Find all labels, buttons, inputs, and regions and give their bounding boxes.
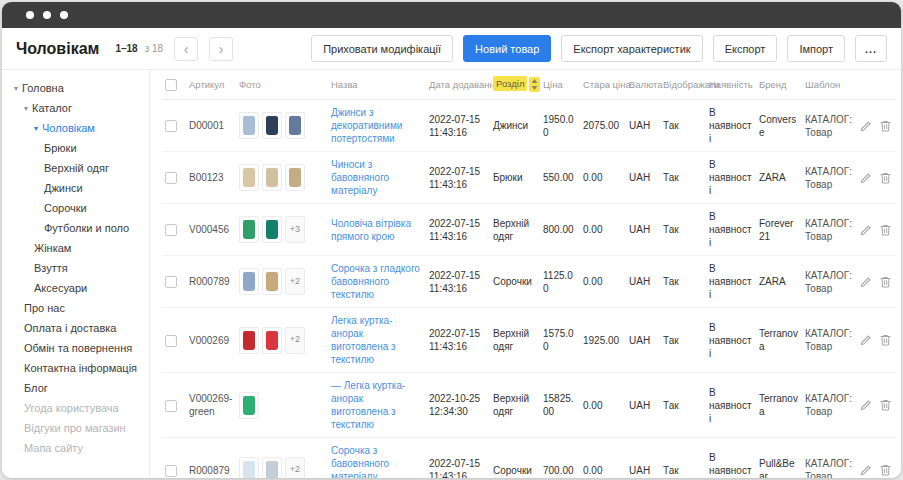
delete-icon[interactable] <box>880 399 891 411</box>
sidebar-item[interactable]: ▾Чоловікам <box>2 118 149 138</box>
row-checkbox[interactable] <box>165 465 177 477</box>
edit-icon[interactable] <box>860 120 872 132</box>
template-cell: КАТАЛОГ: Товар <box>802 438 858 479</box>
col-date-added[interactable]: Дата додавання <box>426 70 490 100</box>
sidebar-item[interactable]: ▾Головна <box>2 78 149 98</box>
actions-cell <box>858 256 896 308</box>
photo-cell: +2 <box>236 438 328 479</box>
row-checkbox[interactable] <box>165 120 177 132</box>
select-all-checkbox[interactable] <box>165 79 177 91</box>
display-cell: Так <box>660 152 706 204</box>
row-checkbox[interactable] <box>165 172 177 184</box>
col-photo[interactable]: Фото <box>236 70 328 100</box>
col-availability[interactable]: Наявність <box>706 70 756 100</box>
col-article[interactable]: Артикул <box>186 70 236 100</box>
edit-icon[interactable] <box>860 276 872 288</box>
caret-down-icon[interactable]: ▾ <box>14 84 18 93</box>
currency-cell: UAH <box>626 204 660 256</box>
product-name-link[interactable]: Сорочка з гладкого бавовняного текстилю <box>331 262 423 301</box>
sidebar-item[interactable]: Блог <box>2 378 149 398</box>
name-cell: Сорочка з бавовняного матеріалу притален… <box>328 438 426 479</box>
product-photo <box>262 457 282 479</box>
edit-icon[interactable] <box>860 334 872 346</box>
actions-cell <box>858 100 896 152</box>
more-photos-badge[interactable]: +2 <box>285 457 305 479</box>
currency-cell: UAH <box>626 152 660 204</box>
product-name-link[interactable]: Легка куртка-анорак виготовлена з тексти… <box>331 314 423 366</box>
date-cell: 2022-07-15 11:43:16 <box>426 256 490 308</box>
delete-icon[interactable] <box>880 224 891 236</box>
product-name-link[interactable]: — Легка куртка-анорак виготовлена з текс… <box>331 379 423 431</box>
new-product-button[interactable]: Новий товар <box>463 35 551 62</box>
template-cell: КАТАЛОГ: Товар <box>802 152 858 204</box>
sidebar-item[interactable]: Про нас <box>2 298 149 318</box>
availability-cell: В наявності <box>706 204 756 256</box>
delete-icon[interactable] <box>880 120 891 132</box>
row-select-cell <box>162 152 186 204</box>
export-characteristics-button[interactable]: Експорт характеристик <box>561 35 702 62</box>
sidebar-item[interactable]: ▾Каталог <box>2 98 149 118</box>
delete-icon[interactable] <box>880 172 891 184</box>
sidebar-item[interactable]: Аксесуари <box>2 278 149 298</box>
edit-icon[interactable] <box>860 464 872 476</box>
sidebar-item[interactable]: Верхній одяг <box>2 158 149 178</box>
col-brand[interactable]: Бренд <box>756 70 802 100</box>
sidebar-item[interactable]: Футболки и поло <box>2 218 149 238</box>
row-checkbox[interactable] <box>165 276 177 288</box>
col-name[interactable]: Назва <box>328 70 426 100</box>
row-checkbox[interactable] <box>165 224 177 236</box>
pagination-next-button[interactable]: › <box>209 37 233 61</box>
product-photo <box>239 327 259 354</box>
window-control-minimize[interactable] <box>43 11 51 19</box>
more-photos-badge[interactable]: +2 <box>285 268 305 295</box>
col-old-price[interactable]: Стара ціна <box>580 70 626 100</box>
delete-icon[interactable] <box>880 334 891 346</box>
sidebar-item[interactable]: Відгуки про магазин <box>2 418 149 438</box>
sidebar-item[interactable]: Контактна інформація <box>2 358 149 378</box>
hide-modifications-button[interactable]: Приховати модифікації <box>311 35 453 62</box>
sidebar-item[interactable]: Брюки <box>2 138 149 158</box>
more-photos-badge[interactable]: +2 <box>285 327 305 354</box>
edit-icon[interactable] <box>860 172 872 184</box>
sidebar-item[interactable]: Джинси <box>2 178 149 198</box>
window-control-maximize[interactable] <box>60 11 68 19</box>
col-price[interactable]: Ціна <box>540 70 580 100</box>
import-button[interactable]: Імпорт <box>787 35 845 62</box>
price-cell: 700.00 <box>540 438 580 479</box>
sort-icon[interactable] <box>529 77 540 92</box>
product-photo <box>262 327 282 354</box>
col-template[interactable]: Шаблон <box>802 70 858 100</box>
product-name-link[interactable]: Джинси з декоративними потертостями <box>331 106 423 145</box>
delete-icon[interactable] <box>880 464 891 476</box>
window-control-close[interactable] <box>26 11 34 19</box>
col-section[interactable]: Розділ <box>490 70 540 100</box>
edit-icon[interactable] <box>860 399 872 411</box>
product-name-link[interactable]: Сорочка з бавовняного матеріалу притален… <box>331 444 423 478</box>
product-name-link[interactable]: Чиноси з бавовняного матеріалу <box>331 158 423 197</box>
actions-cell <box>858 373 896 438</box>
col-currency[interactable]: Валюта <box>626 70 660 100</box>
row-select-cell <box>162 100 186 152</box>
col-display[interactable]: Відображати <box>660 70 706 100</box>
delete-icon[interactable] <box>880 276 891 288</box>
product-name-link[interactable]: Чоловіча вітрівка прямого крою <box>331 217 423 243</box>
sidebar-item[interactable]: Обмін та повернення <box>2 338 149 358</box>
caret-down-icon[interactable]: ▾ <box>34 124 38 133</box>
template-cell: КАТАЛОГ: Товар <box>802 373 858 438</box>
sidebar-item[interactable]: Оплата і доставка <box>2 318 149 338</box>
pagination-prev-button[interactable]: ‹ <box>174 37 198 61</box>
sidebar-item[interactable]: Жінкам <box>2 238 149 258</box>
export-button[interactable]: Експорт <box>713 35 778 62</box>
more-actions-button[interactable]: ... <box>855 35 887 62</box>
sorted-column-label[interactable]: Розділ <box>493 76 527 91</box>
sidebar-item-label: Про нас <box>24 302 65 314</box>
row-checkbox[interactable] <box>165 335 177 347</box>
caret-down-icon[interactable]: ▾ <box>24 104 28 113</box>
edit-icon[interactable] <box>860 224 872 236</box>
sidebar-item[interactable]: Мапа сайту <box>2 438 149 458</box>
sidebar-item[interactable]: Взуття <box>2 258 149 278</box>
sidebar-item[interactable]: Сорочки <box>2 198 149 218</box>
sidebar-item[interactable]: Угода користувача <box>2 398 149 418</box>
more-photos-badge[interactable]: +3 <box>285 216 305 243</box>
row-checkbox[interactable] <box>165 400 177 412</box>
